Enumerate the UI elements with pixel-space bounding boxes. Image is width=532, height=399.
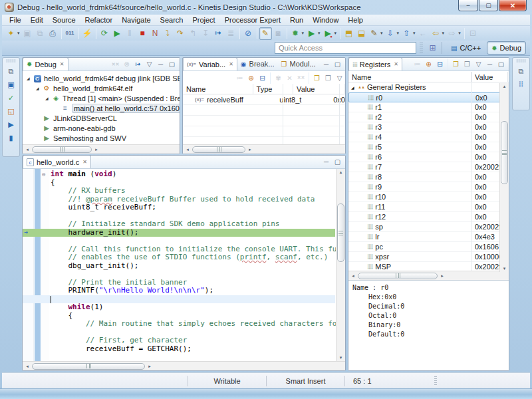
remove-all-terminated-icon[interactable]: ✕✕ bbox=[110, 59, 121, 70]
external-tools-icon[interactable]: ▶● bbox=[322, 27, 334, 40]
register-row-r6[interactable]: ⣿⣿r60x0 bbox=[348, 152, 509, 162]
instruction-stepping-icon[interactable]: i➜ bbox=[132, 59, 144, 70]
code-line[interactable]: receiveBuff = GETCHAR(); bbox=[23, 345, 335, 354]
registers-vscrollbar[interactable]: ▴▾ bbox=[499, 83, 509, 272]
close-icon[interactable]: ✕ bbox=[394, 61, 398, 67]
debug-tree-item[interactable]: ◢◈Thread [1] <main> (Suspended : Breakpo… bbox=[23, 93, 180, 103]
skip-breakpoints-icon[interactable]: ⊘ bbox=[242, 27, 255, 40]
executables-view-icon[interactable]: ▶ bbox=[4, 118, 18, 131]
code-editor[interactable]: int main (void)⊖{ // RX buffers //! @par… bbox=[23, 169, 345, 361]
maximize-button[interactable]: ▢ bbox=[479, 0, 498, 11]
twisty-icon[interactable]: ◢ bbox=[351, 85, 358, 90]
menu-item-run[interactable]: Run bbox=[285, 15, 308, 25]
resume-icon[interactable]: ▶ bbox=[111, 27, 124, 40]
quick-access-input[interactable] bbox=[275, 42, 416, 54]
debug-tree-item[interactable]: ◢⚙hello_world_frdmk64f.elf bbox=[23, 83, 180, 93]
execution-line[interactable]: hardware_init();➜ bbox=[23, 229, 335, 237]
minimize-icon[interactable]: ─ bbox=[484, 59, 495, 70]
status-grip[interactable] bbox=[434, 376, 437, 386]
flash-programmer-icon[interactable]: ⚡ bbox=[81, 27, 94, 40]
step-over-icon[interactable]: ↷ bbox=[174, 27, 187, 40]
registers-hscrollbar[interactable]: ◂▸ bbox=[348, 271, 509, 280]
close-icon[interactable]: ✕ bbox=[60, 61, 65, 67]
menu-item-window[interactable]: Window bbox=[308, 15, 343, 25]
watermark-icon[interactable]: ◙ bbox=[272, 27, 285, 40]
open-perspective-button[interactable]: ⊞ bbox=[426, 42, 439, 55]
collapse-all-icon[interactable]: ⊟ bbox=[257, 72, 268, 84]
maximize-icon[interactable]: ▢ bbox=[332, 156, 343, 168]
drop-to-frame-icon[interactable]: ↧ bbox=[200, 27, 212, 40]
register-row-r2[interactable]: ⣿⣿r20x0 bbox=[348, 112, 509, 122]
menu-item-help[interactable]: Help bbox=[343, 15, 368, 25]
save-icon[interactable]: ▣ bbox=[21, 27, 34, 40]
minimize-icon[interactable]: ─ bbox=[155, 59, 166, 70]
scroll-left-icon[interactable]: ◂ bbox=[348, 273, 358, 279]
menu-item-navigate[interactable]: Navigate bbox=[117, 15, 155, 25]
code-line[interactable]: dbg_uart_init(); bbox=[23, 262, 335, 271]
scroll-left-icon[interactable]: ◂ bbox=[23, 147, 32, 152]
open-type-icon[interactable]: ⬒ bbox=[342, 27, 355, 40]
code-line[interactable] bbox=[23, 353, 335, 361]
menu-item-processor-expert[interactable]: Processor Expert bbox=[220, 15, 285, 25]
code-line[interactable]: // Main routine that simply echoes recei… bbox=[23, 320, 335, 329]
remove-all-icon[interactable]: ✕✕ bbox=[295, 72, 307, 84]
register-row-lr[interactable]: ⣿⣿lr0x4e3 bbox=[348, 232, 509, 242]
column-header-value[interactable]: Value bbox=[293, 84, 345, 94]
menu-item-source[interactable]: Source bbox=[48, 15, 80, 25]
dropdown-caret-icon[interactable]: ▾ bbox=[458, 31, 461, 36]
scrollbar-thumb[interactable] bbox=[32, 146, 92, 153]
collapse-all-icon[interactable]: ⊟ bbox=[434, 59, 446, 70]
toolbar-grip[interactable] bbox=[420, 43, 423, 53]
problems-view-icon[interactable]: ◱ bbox=[4, 104, 18, 118]
column-header-name[interactable]: Name bbox=[348, 72, 471, 82]
restart-icon[interactable]: ⟳ bbox=[98, 27, 111, 40]
maximize-icon[interactable]: ▢ bbox=[166, 59, 178, 70]
fold-collapse-icon[interactable]: ⊖ bbox=[42, 170, 45, 179]
debug-tree-item[interactable]: ◢Chello_world_frdmk64f debug jlink [GDB … bbox=[23, 73, 180, 83]
step-into-icon[interactable]: ⤵ bbox=[162, 27, 174, 40]
minimize-icon[interactable]: ─ bbox=[321, 59, 332, 70]
new-wizard-icon[interactable]: ✦ bbox=[5, 27, 17, 40]
menu-item-search[interactable]: Search bbox=[156, 15, 188, 25]
scrollbar-thumb[interactable] bbox=[358, 273, 438, 279]
table-row[interactable] bbox=[183, 116, 345, 126]
maximize-icon[interactable]: ▢ bbox=[332, 59, 343, 70]
register-group-row[interactable]: ◢▲▲General Registers bbox=[348, 82, 509, 92]
register-row-r7[interactable]: ⣿⣿r70x2002ffe0 bbox=[348, 162, 509, 172]
menu-item-refactor[interactable]: Refactor bbox=[80, 15, 118, 25]
twisty-icon[interactable]: ◢ bbox=[36, 86, 42, 90]
scrollbar-thumb[interactable] bbox=[337, 203, 344, 262]
disconnect-icon[interactable]: ⊗ bbox=[121, 59, 132, 70]
minimize-icon[interactable]: ─ bbox=[321, 156, 332, 168]
tab-break[interactable]: ◉Break... bbox=[237, 57, 278, 70]
register-row-r4[interactable]: ⣿⣿r40x0 bbox=[348, 132, 509, 142]
scroll-down-icon[interactable]: ▾ bbox=[500, 266, 509, 271]
last-edit-location-icon[interactable]: ⇩ bbox=[384, 27, 397, 40]
strip-grip[interactable] bbox=[517, 59, 526, 63]
scroll-left-icon[interactable]: ◂ bbox=[183, 147, 192, 152]
debug-tree-item[interactable]: ▶arm-none-eabi-gdb bbox=[23, 123, 180, 133]
menu-item-project[interactable]: Project bbox=[188, 15, 219, 25]
step-return-icon[interactable]: ↰ bbox=[187, 27, 200, 40]
scroll-right-icon[interactable]: ▸ bbox=[92, 147, 101, 152]
forward-icon[interactable]: ⇨ bbox=[446, 27, 458, 40]
code-line[interactable]: uint8_t receiveBuff; bbox=[23, 203, 335, 212]
editor-hscrollbar[interactable]: ◂▸ bbox=[23, 361, 345, 370]
register-row-xpsr[interactable]: ⣿⣿xpsr0x1000000 bbox=[348, 252, 509, 262]
scrollbar-thumb[interactable] bbox=[32, 363, 145, 370]
editor-vscrollbar[interactable]: ▴▾ bbox=[336, 169, 345, 361]
dropdown-caret-icon[interactable]: ▾ bbox=[17, 31, 20, 36]
go-to-line-icon[interactable]: ⇧ bbox=[400, 27, 413, 40]
register-row-r1[interactable]: ⣿⣿r10x0 bbox=[348, 102, 509, 112]
scrollbar-thumb[interactable] bbox=[192, 146, 245, 153]
menu-item-file[interactable]: File bbox=[5, 15, 26, 25]
view-menu-icon[interactable]: ▽ bbox=[473, 59, 484, 70]
remove-icon[interactable]: ✕ bbox=[284, 72, 295, 84]
debug-icon[interactable]: ✹ bbox=[289, 27, 302, 40]
scroll-left-icon[interactable]: ◂ bbox=[23, 364, 32, 369]
register-row-r11[interactable]: ⣿⣿r110x0 bbox=[348, 202, 509, 212]
view-menu-icon[interactable]: ▽ bbox=[144, 59, 155, 70]
instruction-stepping-icon[interactable]: i➜ bbox=[212, 27, 225, 40]
brush-icon[interactable]: ✎ bbox=[368, 27, 380, 40]
tab-variab[interactable]: (x)=Variab...✕ bbox=[183, 57, 237, 70]
